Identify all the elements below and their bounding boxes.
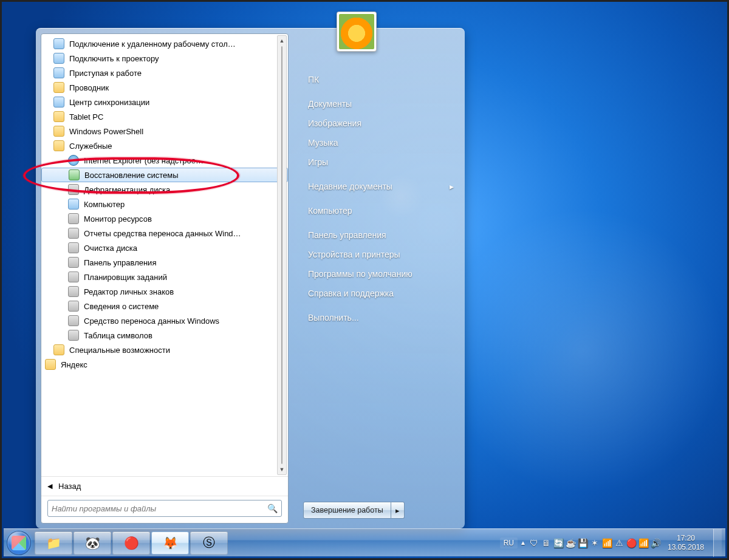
program-item-label: Internet Explorer (без надстрое… (84, 156, 204, 165)
rightpane-item[interactable]: Программы по умолчанию (303, 264, 459, 284)
program-item[interactable]: Дефрагментация диска (41, 182, 288, 197)
program-item[interactable]: Windows PowerShell (41, 124, 288, 138)
program-item-label: Отчеты средства переноса данных Wind… (84, 229, 241, 238)
taskbar-app-explorer[interactable]: 📁 (35, 531, 72, 555)
viewport: Подключение к удаленному рабочему стол…П… (0, 0, 729, 560)
rightpane-item-label: Недавние документы (308, 182, 392, 191)
shutdown-label: Завершение работы (311, 506, 383, 514)
tray-monitor-icon[interactable]: 🖥 (541, 538, 552, 548)
tray-disk-icon[interactable]: 💾 (577, 538, 588, 548)
chevron-right-icon: ▸ (395, 506, 400, 515)
clock-date: 13.05.2018 (662, 543, 710, 552)
rightpane-spacer (303, 172, 459, 177)
rightpane-item[interactable]: Недавние документы▸ (303, 177, 459, 196)
tray-overflow-button[interactable]: ▲ (519, 539, 527, 546)
program-item[interactable]: Подключение к удаленному рабочему стол… (41, 36, 288, 51)
tray-warning-icon[interactable]: ⚠ (614, 538, 625, 548)
program-item-label: Яндекс (61, 360, 87, 369)
folder-icon (53, 82, 64, 93)
taskbar-clock[interactable]: 17:20 13.05.2018 (662, 534, 710, 552)
tray-updates-icon[interactable]: 🔄 (553, 538, 564, 548)
tool-icon (68, 184, 79, 195)
program-item-label: Сведения о системе (84, 302, 159, 311)
program-item[interactable]: Отчеты средства переноса данных Wind… (41, 226, 288, 241)
app-icon (68, 199, 79, 210)
program-item[interactable]: Редактор личных знаков (41, 284, 288, 299)
rightpane-item[interactable]: Компьютер (303, 201, 459, 220)
search-input[interactable] (52, 504, 267, 513)
app-icon (53, 53, 64, 64)
rightpane-item[interactable]: Выполнить... (303, 308, 459, 327)
search-box[interactable]: 🔍 (47, 500, 282, 517)
start-menu-left-pane: Подключение к удаленному рабочему стол…П… (41, 33, 289, 524)
tray-network2-icon[interactable]: 📶 (638, 538, 649, 548)
program-item[interactable]: Internet Explorer (без надстрое… (41, 153, 288, 168)
tool-icon (68, 301, 79, 312)
program-item[interactable]: Сведения о системе (41, 299, 288, 313)
shutdown-button[interactable]: Завершение работы (303, 502, 391, 519)
rightpane-item[interactable]: Игры (303, 152, 459, 172)
program-item[interactable]: Панель управления (41, 255, 288, 270)
program-item[interactable]: Tablet PC (41, 109, 288, 124)
start-button[interactable] (4, 529, 34, 557)
tray-network1-icon[interactable]: 📶 (601, 538, 612, 548)
rightpane-item[interactable]: Изображения (303, 114, 459, 133)
rightpane-spacer (303, 89, 459, 94)
taskbar-app-firefox[interactable]: 🦊 (151, 531, 189, 555)
program-item[interactable]: Таблица символов (41, 328, 288, 343)
rightpane-item[interactable]: Документы (303, 94, 459, 114)
explorer-icon: 📁 (46, 536, 61, 550)
program-item[interactable]: Компьютер (41, 197, 288, 211)
scroll-down-button[interactable]: ▼ (278, 465, 286, 474)
taskbar-app-skype[interactable]: Ⓢ (190, 531, 228, 555)
programs-scrollbar[interactable]: ▲ ▼ (277, 35, 287, 475)
tray-shield-icon[interactable]: 🛡 (529, 538, 539, 548)
program-item-label: Центр синхронизации (69, 98, 149, 107)
scroll-thumb[interactable] (281, 46, 282, 464)
all-programs-list: Подключение к удаленному рабочему стол…П… (41, 34, 288, 476)
back-button[interactable]: ◀ Назад (41, 476, 288, 496)
tool-icon (68, 257, 79, 268)
search-area: 🔍 (41, 496, 288, 523)
rightpane-item[interactable]: Справка и поддержка (303, 284, 459, 303)
program-item[interactable]: Планировщик заданий (41, 270, 288, 284)
start-menu: Подключение к удаленному рабочему стол…П… (36, 28, 465, 528)
rightpane-item[interactable]: Музыка (303, 133, 459, 152)
tray-volume-icon[interactable]: 🔊 (650, 538, 661, 548)
program-item[interactable]: Подключить к проектору (41, 51, 288, 66)
program-item[interactable]: Монитор ресурсов (41, 211, 288, 226)
rightpane-item[interactable]: Устройства и принтеры (303, 245, 459, 264)
program-item[interactable]: Средство переноса данных Windows (41, 313, 288, 328)
program-item-label: Windows PowerShell (69, 127, 143, 136)
program-item[interactable]: Служебные (41, 138, 288, 153)
desktop[interactable]: Подключение к удаленному рабочему стол…П… (0, 0, 729, 560)
clock-time: 17:20 (662, 534, 710, 543)
taskbar-app-opera[interactable]: 🔴 (112, 531, 150, 555)
rightpane-item[interactable]: ПК (303, 70, 459, 89)
program-item-system-restore[interactable]: Восстановление системы (41, 168, 288, 182)
show-desktop-button[interactable] (713, 529, 722, 557)
program-item-label: Редактор личных знаков (84, 287, 174, 296)
tray-opera-icon[interactable]: 🔴 (626, 538, 637, 548)
tray-av-icon[interactable]: ✶ (589, 538, 600, 548)
rightpane-item[interactable]: Панель управления (303, 225, 459, 245)
shutdown-options-button[interactable]: ▸ (391, 502, 405, 519)
submenu-arrow-icon: ▸ (450, 182, 454, 191)
rightpane-item-label: Документы (308, 99, 352, 109)
program-item[interactable]: Яндекс (41, 357, 288, 372)
program-item[interactable]: Специальные возможности (41, 343, 288, 357)
taskbar-app-panda[interactable]: 🐼 (74, 531, 111, 555)
language-indicator[interactable]: RU (500, 538, 518, 548)
scroll-up-button[interactable]: ▲ (278, 36, 286, 46)
rightpane-spacer (303, 303, 459, 308)
folder-icon (53, 140, 64, 151)
rightpane-item-label: Изображения (308, 118, 361, 128)
rightpane-item-label: Выполнить... (308, 313, 359, 323)
program-item[interactable]: Приступая к работе (41, 66, 288, 80)
folder-icon (45, 359, 56, 370)
tray-java-icon[interactable]: ☕ (565, 538, 576, 548)
program-item[interactable]: Очистка диска (41, 241, 288, 255)
program-item[interactable]: Центр синхронизации (41, 95, 288, 109)
program-item[interactable]: Проводник (41, 80, 288, 95)
program-item-label: Подключить к проектору (69, 54, 159, 63)
